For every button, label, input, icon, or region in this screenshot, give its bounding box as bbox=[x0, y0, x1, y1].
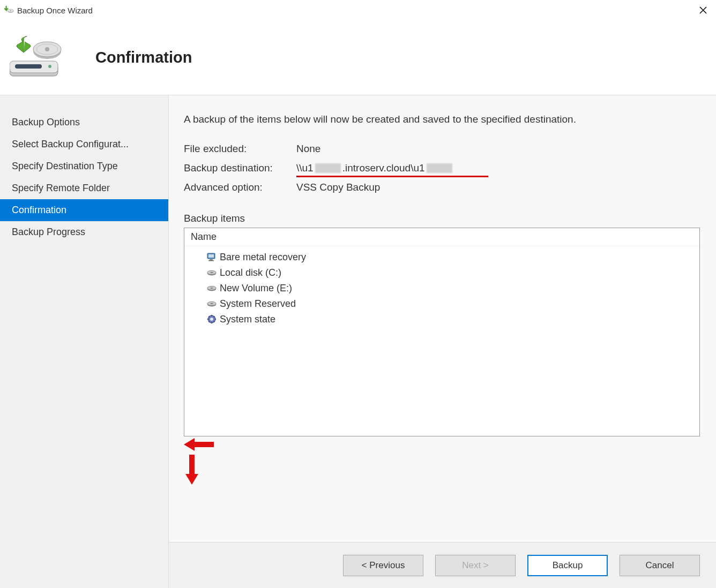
button-bar: < Previous Next > Backup Cancel bbox=[169, 542, 716, 588]
sidebar-item-confirmation[interactable]: Confirmation bbox=[0, 199, 168, 221]
svg-point-21 bbox=[210, 303, 213, 304]
sidebar-item-remote-folder[interactable]: Specify Remote Folder bbox=[0, 177, 168, 199]
advanced-option-label: Advanced option: bbox=[184, 182, 296, 193]
list-item[interactable]: System Reserved bbox=[184, 296, 699, 312]
svg-rect-7 bbox=[15, 64, 42, 69]
list-item-label: System Reserved bbox=[220, 298, 296, 310]
backup-items-list: Name ▴ Bare metal recovery Local disk (C… bbox=[184, 228, 700, 436]
list-item-label: System state bbox=[220, 314, 275, 325]
list-item[interactable]: System state bbox=[184, 312, 699, 327]
list-item-label: Bare metal recovery bbox=[220, 252, 306, 263]
backup-destination-value: \\u1 .introserv.cloud\u1 bbox=[296, 162, 700, 174]
cancel-button[interactable]: Cancel bbox=[620, 555, 700, 576]
svg-rect-11 bbox=[210, 259, 213, 260]
annotation-underline bbox=[296, 176, 488, 177]
list-item[interactable]: New Volume (E:) bbox=[184, 281, 699, 296]
close-icon[interactable] bbox=[695, 4, 712, 17]
svg-point-23 bbox=[210, 318, 213, 321]
item-list: Bare metal recovery Local disk (C:) New … bbox=[184, 246, 699, 330]
svg-point-8 bbox=[48, 65, 51, 68]
file-excluded-value: None bbox=[296, 143, 700, 155]
svg-point-2 bbox=[10, 10, 11, 11]
destination-prefix: \\u1 bbox=[296, 162, 314, 174]
svg-rect-12 bbox=[208, 260, 214, 261]
annotation-arrow-icon bbox=[184, 436, 700, 455]
titlebar: Backup Once Wizard bbox=[0, 0, 716, 20]
wizard-sidebar: Backup Options Select Backup Configurat.… bbox=[0, 95, 169, 588]
wizard-header: Confirmation bbox=[0, 20, 716, 95]
row-backup-destination: Backup destination: \\u1 .introserv.clou… bbox=[184, 162, 700, 174]
svg-point-15 bbox=[210, 272, 213, 273]
list-item[interactable]: Bare metal recovery bbox=[184, 250, 699, 265]
column-header-label: Name bbox=[191, 231, 217, 242]
disk-icon bbox=[207, 268, 217, 277]
list-item[interactable]: Local disk (C:) bbox=[184, 265, 699, 281]
advanced-option-value: VSS Copy Backup bbox=[296, 182, 700, 193]
gear-icon bbox=[207, 314, 217, 324]
annotation-arrow-icon bbox=[184, 455, 700, 487]
main-panel: A backup of the items below will now be … bbox=[169, 95, 716, 588]
monitor-icon bbox=[207, 252, 217, 262]
svg-rect-10 bbox=[208, 254, 214, 258]
disk-icon bbox=[207, 299, 217, 308]
previous-button[interactable]: < Previous bbox=[343, 555, 423, 576]
redacted-segment bbox=[427, 163, 452, 173]
backup-button[interactable]: Backup bbox=[527, 555, 608, 576]
backup-items-label: Backup items bbox=[184, 213, 700, 224]
backup-destination-label: Backup destination: bbox=[184, 162, 296, 174]
window-title: Backup Once Wizard bbox=[17, 6, 93, 15]
redacted-segment bbox=[315, 163, 341, 173]
content-area: Backup Options Select Backup Configurat.… bbox=[0, 95, 716, 588]
destination-middle: .introserv.cloud\u1 bbox=[342, 162, 425, 174]
svg-point-18 bbox=[210, 288, 213, 289]
disk-icon bbox=[207, 283, 217, 293]
sidebar-item-backup-options[interactable]: Backup Options bbox=[0, 111, 168, 133]
wizard-icon bbox=[10, 35, 63, 80]
svg-point-6 bbox=[45, 47, 49, 51]
page-title: Confirmation bbox=[95, 49, 192, 66]
titlebar-left: Backup Once Wizard bbox=[4, 5, 93, 15]
row-advanced-option: Advanced option: VSS Copy Backup bbox=[184, 182, 700, 193]
file-excluded-label: File excluded: bbox=[184, 143, 296, 155]
column-header-name[interactable]: Name ▴ bbox=[184, 228, 699, 246]
app-icon bbox=[4, 5, 14, 15]
list-item-label: New Volume (E:) bbox=[220, 283, 292, 294]
sidebar-item-destination-type[interactable]: Specify Destination Type bbox=[0, 155, 168, 177]
row-file-excluded: File excluded: None bbox=[184, 143, 700, 155]
next-button: Next > bbox=[435, 555, 516, 576]
sidebar-item-select-configuration[interactable]: Select Backup Configurat... bbox=[0, 133, 168, 155]
list-item-label: Local disk (C:) bbox=[220, 267, 281, 278]
description-text: A backup of the items below will now be … bbox=[184, 112, 700, 127]
sidebar-item-backup-progress[interactable]: Backup Progress bbox=[0, 221, 168, 243]
